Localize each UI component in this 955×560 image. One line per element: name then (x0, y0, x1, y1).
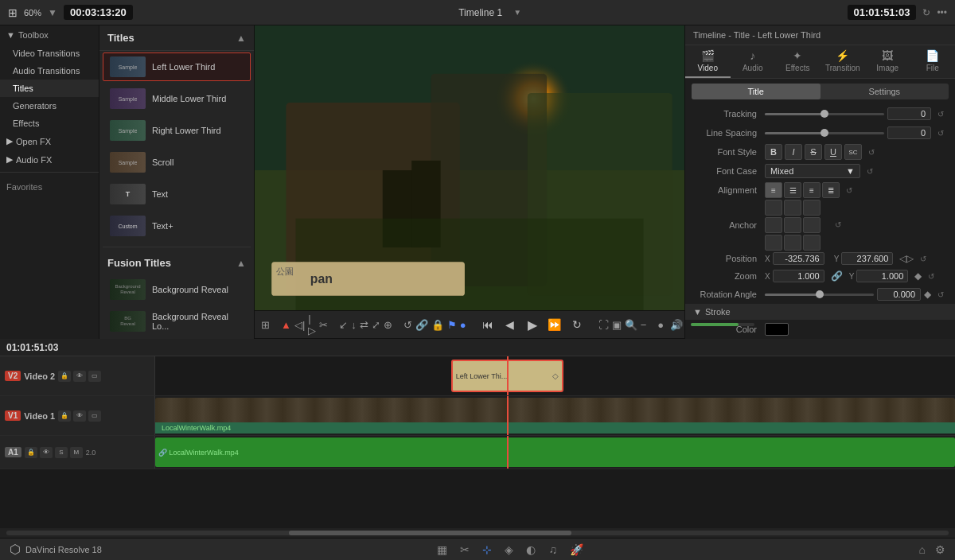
tracking-reset-button[interactable]: ↺ (934, 107, 947, 120)
font-case-reset-button[interactable]: ↺ (863, 165, 876, 177)
arrow-tool-button[interactable]: ▲ (281, 315, 291, 334)
replace-button[interactable]: ⇄ (360, 315, 368, 334)
line-spacing-slider[interactable] (765, 132, 884, 134)
sidebar-item-audio-transitions[interactable]: Audio Transitions (0, 62, 99, 80)
align-left-button[interactable]: ≡ (765, 182, 782, 198)
title-item-text[interactable]: T Text (103, 180, 251, 208)
trim-end-button[interactable]: |▷ (308, 315, 316, 334)
home-icon[interactable]: ⌂ (919, 543, 926, 556)
deliver-page-icon[interactable]: 🚀 (570, 543, 583, 556)
tab-file[interactable]: 📄 File (910, 45, 956, 78)
title-item-middle-lower-third[interactable]: Sample Middle Lower Third (103, 84, 251, 113)
zoom-reset-button[interactable]: ↺ (925, 270, 937, 282)
line-spacing-number[interactable]: 0 (887, 126, 931, 139)
title-item-right-lower-third[interactable]: Sample Right Lower Third (103, 116, 251, 145)
title-item-left-lower-third[interactable]: Sample Left Lower Third (103, 52, 251, 81)
fairlight-page-icon[interactable]: ♫ (548, 543, 557, 556)
v2-lock-button[interactable]: 🔒 (58, 371, 71, 382)
font-italic-button[interactable]: I (785, 144, 802, 160)
anchor-reset-button[interactable]: ↺ (832, 219, 844, 231)
font-underline-button[interactable]: U (824, 144, 842, 160)
zoom-dropdown-icon[interactable]: ▼ (48, 7, 57, 18)
alignment-reset-button[interactable]: ↺ (843, 184, 856, 196)
tab-video[interactable]: 🎬 Video (685, 45, 731, 78)
timeline-dropdown-icon[interactable]: ▼ (513, 8, 521, 17)
anchor-tl-button[interactable] (765, 200, 782, 216)
sidebar-item-effects[interactable]: Effects (0, 115, 99, 132)
view-options-button[interactable]: ⊞ (261, 315, 270, 334)
tab-audio[interactable]: ♪ Audio (731, 45, 776, 78)
edit-page-icon[interactable]: ⊹ (482, 543, 492, 556)
cut-button[interactable]: ✂ (319, 315, 328, 334)
overwrite-button[interactable]: ↓ (351, 315, 357, 334)
sidebar-item-audio-fx[interactable]: ▶ Audio FX (0, 150, 99, 169)
a1-eye-button[interactable]: 👁 (40, 447, 53, 458)
cinema-viewer-button[interactable]: ▣ (612, 315, 622, 334)
color-page-icon[interactable]: ◐ (526, 543, 536, 556)
anchor-tr-button[interactable] (803, 200, 821, 216)
v1-audio-button[interactable]: ▭ (88, 410, 101, 422)
zoom-minus-button[interactable]: − (641, 315, 647, 334)
font-strikethrough-button[interactable]: S (805, 144, 822, 160)
tab-effects[interactable]: ✦ Effects (775, 45, 821, 78)
font-smallcaps-button[interactable]: SC (844, 144, 862, 160)
inspector-tab-settings[interactable]: Settings (821, 84, 949, 99)
align-right-button[interactable]: ≡ (803, 182, 821, 198)
title-item-text-plus[interactable]: Custom Text+ (103, 212, 251, 240)
cut-page-icon[interactable]: ✂ (460, 543, 470, 556)
v2-track-body[interactable]: Left Lower Thi... ◇ (155, 356, 955, 395)
anchor-bl-button[interactable] (765, 235, 782, 251)
title-item-bg-reveal-lo[interactable]: BGReveal Background Reveal Lo... (103, 307, 251, 336)
skip-to-start-button[interactable]: ⏮ (477, 314, 498, 335)
zoom-x-value[interactable]: 1.000 (773, 270, 824, 282)
a1-audio-clip[interactable]: 🔗 LocalWinterWalk.mp4 (155, 438, 955, 467)
tracking-slider[interactable] (765, 113, 884, 115)
anchor-bc-button[interactable] (784, 235, 801, 251)
zoom-link-button[interactable]: 🔗 (831, 270, 843, 282)
v1-eye-button[interactable]: 👁 (73, 410, 86, 422)
step-back-button[interactable]: ◀ (500, 314, 520, 335)
sidebar-item-titles[interactable]: Titles (0, 80, 99, 97)
sidebar-item-video-transitions[interactable]: Video Transitions (0, 45, 99, 62)
more-options-icon[interactable]: ••• (937, 7, 947, 18)
line-spacing-reset-button[interactable]: ↺ (934, 126, 947, 139)
a1-track-body[interactable]: 🔗 LocalWinterWalk.mp4 (155, 436, 955, 469)
sidebar-item-generators[interactable]: Generators (0, 97, 99, 115)
v1-lock-button[interactable]: 🔒 (58, 410, 71, 422)
media-icon[interactable]: ▦ (437, 543, 447, 556)
undo-button[interactable]: ↺ (403, 315, 412, 334)
rotation-slider[interactable] (765, 294, 874, 296)
v2-eye-button[interactable]: 👁 (73, 371, 86, 382)
fusion-collapse-icon[interactable]: ▲ (236, 258, 246, 269)
font-bold-button[interactable]: B (765, 144, 782, 160)
a1-m-button[interactable]: M (70, 447, 83, 458)
position-x-value[interactable]: -325.736 (773, 252, 824, 265)
v2-audio-button[interactable]: ▭ (88, 371, 101, 382)
a1-lock-button[interactable]: 🔒 (25, 447, 37, 458)
volume-icon[interactable]: 🔊 (667, 315, 686, 334)
tab-image[interactable]: 🖼 Image (865, 45, 910, 78)
anchor-mr-button[interactable] (803, 217, 821, 233)
font-style-reset-button[interactable]: ↺ (865, 146, 878, 158)
sidebar-item-open-fx[interactable]: ▶ Open FX (0, 132, 99, 150)
loop-button[interactable]: ↻ (567, 314, 587, 335)
position-reset-button[interactable]: ↺ (917, 252, 930, 265)
title-item-scroll[interactable]: Sample Scroll (103, 148, 251, 177)
position-y-value[interactable]: 237.600 (841, 252, 893, 265)
flag-button[interactable]: ⚑ (447, 315, 457, 334)
align-justify-button[interactable]: ≣ (822, 182, 840, 198)
sync-icon[interactable]: ↻ (922, 7, 930, 18)
tracking-number[interactable]: 0 (887, 107, 931, 120)
fit-fill-button[interactable]: ⤢ (372, 315, 380, 334)
toolbox-header[interactable]: ▼ Toolbox (0, 25, 99, 45)
color-swatch[interactable] (765, 323, 789, 336)
trim-start-button[interactable]: ◁| (294, 315, 305, 334)
fusion-page-icon[interactable]: ◈ (505, 543, 513, 556)
anchor-br-button[interactable] (803, 235, 821, 251)
settings-icon[interactable]: ⚙ (935, 543, 945, 556)
step-forward-button[interactable]: ⏩ (544, 314, 565, 335)
anchor-ml-button[interactable] (765, 217, 782, 233)
anchor-mc-button[interactable] (784, 217, 801, 233)
rotation-number[interactable]: 0.000 (877, 288, 921, 301)
audio-meters-button[interactable]: ● (657, 315, 664, 334)
